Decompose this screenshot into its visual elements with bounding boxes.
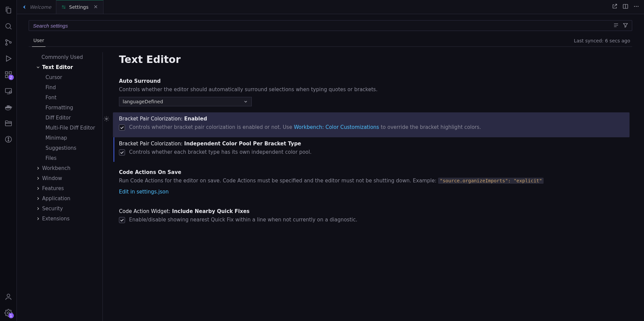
svg-point-20 <box>638 6 638 7</box>
svg-rect-4 <box>5 72 8 74</box>
setting-desc: Controls whether each bracket type has i… <box>129 149 311 156</box>
tab-welcome[interactable]: Welcome <box>17 0 56 14</box>
settings-toc: Commonly Used Text Editor Cursor Find Fo… <box>29 52 103 321</box>
search-input[interactable] <box>32 23 613 29</box>
select-value: languageDefined <box>123 99 163 104</box>
chevron-right-icon <box>35 206 41 211</box>
setting-title: Bracket Pair Colorization: Independent C… <box>119 141 624 147</box>
scope-row: User Last synced: 6 secs ago <box>29 35 632 47</box>
auto-surround-select[interactable]: languageDefined <box>119 97 252 106</box>
setting-title: Auto Surround <box>119 78 624 84</box>
svg-point-13 <box>7 294 10 297</box>
toc-font[interactable]: Font <box>29 93 102 103</box>
bpc-enabled-checkbox[interactable] <box>119 124 125 131</box>
tab-settings[interactable]: Settings <box>56 0 103 14</box>
tab-settings-label: Settings <box>69 4 88 10</box>
svg-point-15 <box>62 6 63 7</box>
toc-text-editor[interactable]: Text Editor <box>29 62 102 72</box>
git-graph-icon[interactable] <box>0 131 17 147</box>
svg-point-0 <box>6 24 10 28</box>
clear-search-icon[interactable] <box>613 22 619 29</box>
section-title: Text Editor <box>119 54 630 65</box>
svg-point-19 <box>636 6 637 7</box>
toc-window[interactable]: Window <box>29 173 102 183</box>
tab-welcome-label: Welcome <box>30 4 51 10</box>
toc-diff-editor[interactable]: Diff Editor <box>29 113 102 123</box>
color-customizations-link[interactable]: Workbench: Color Customizations <box>294 124 379 130</box>
search-row <box>29 14 632 35</box>
toc-workbench[interactable]: Workbench <box>29 163 102 173</box>
chevron-right-icon <box>35 166 41 171</box>
svg-point-18 <box>634 6 635 7</box>
setting-desc: Controls whether bracket pair colorizati… <box>129 124 481 131</box>
toc-features[interactable]: Features <box>29 183 102 193</box>
toc-suggestions[interactable]: Suggestions <box>29 143 102 153</box>
gear-icon[interactable] <box>103 116 110 123</box>
accounts-icon[interactable] <box>0 289 17 305</box>
tab-actions <box>607 0 644 14</box>
search-input-wrap <box>29 20 632 31</box>
close-icon[interactable] <box>93 4 98 10</box>
edit-in-settings-json-link[interactable]: Edit in settings.json <box>119 189 169 195</box>
toc-security[interactable]: Security <box>29 204 102 214</box>
toc-extensions[interactable]: Extensions <box>29 214 102 224</box>
settings-gear-badge: 1 <box>8 313 14 318</box>
toc-files[interactable]: Files <box>29 153 102 163</box>
setting-title: Code Actions On Save <box>119 169 624 175</box>
more-icon[interactable] <box>633 3 639 10</box>
settings-split: Commonly Used Text Editor Cursor Find Fo… <box>29 47 632 321</box>
filter-icon[interactable] <box>622 22 628 29</box>
toc-application[interactable]: Application <box>29 193 102 204</box>
toc-multifile-diff[interactable]: Multi-File Diff Editor <box>29 123 102 133</box>
docker-icon[interactable] <box>0 99 17 115</box>
svg-point-12 <box>8 140 9 141</box>
split-editor-icon[interactable] <box>622 3 628 10</box>
setting-bpc-independent: Bracket Pair Colorization: Independent C… <box>114 137 630 162</box>
folder-icon[interactable] <box>0 115 17 131</box>
search-icon[interactable] <box>0 18 17 34</box>
chevron-right-icon <box>35 186 41 191</box>
remote-explorer-icon[interactable] <box>0 83 17 99</box>
toc-find[interactable]: Find <box>29 82 102 93</box>
setting-auto-surround: Auto Surround Controls whether the edito… <box>119 75 630 112</box>
scope-user-tab[interactable]: User <box>29 35 49 46</box>
chevron-right-icon <box>35 216 41 221</box>
settings-content: Text Editor Auto Surround Controls wheth… <box>103 52 632 321</box>
toc-minimap[interactable]: Minimap <box>29 133 102 143</box>
bpc-independent-checkbox[interactable] <box>119 149 125 155</box>
chevron-down-icon <box>243 99 248 104</box>
svg-point-3 <box>9 42 11 43</box>
code-example: "source.organizeImports": "explicit" <box>438 178 544 184</box>
svg-point-11 <box>8 138 9 139</box>
setting-title: Code Action Widget: Include Nearby Quick… <box>119 208 624 214</box>
open-changes-icon[interactable] <box>612 3 618 10</box>
chevron-right-icon <box>35 196 41 201</box>
code-action-widget-checkbox[interactable] <box>119 217 125 223</box>
toc-formatting[interactable]: Formatting <box>29 103 102 113</box>
svg-rect-5 <box>5 75 8 78</box>
sync-status: Last synced: 6 secs ago <box>574 38 632 43</box>
chevron-right-icon <box>35 176 41 181</box>
svg-rect-7 <box>9 72 11 74</box>
source-control-icon[interactable] <box>0 34 17 50</box>
setting-bpc-enabled: Bracket Pair Colorization: Enabled Contr… <box>113 112 630 137</box>
setting-title: Bracket Pair Colorization: Enabled <box>119 116 624 122</box>
toc-cursor[interactable]: Cursor <box>29 72 102 82</box>
settings-gear-icon[interactable]: 1 <box>0 305 17 321</box>
settings-body: User Last synced: 6 secs ago Commonly Us… <box>17 14 644 321</box>
svg-point-2 <box>5 44 7 45</box>
svg-point-1 <box>5 40 7 41</box>
toc-commonly-used[interactable]: Commonly Used <box>29 52 102 62</box>
setting-desc: Run Code Actions for the editor on save.… <box>119 177 624 185</box>
svg-point-21 <box>106 118 108 120</box>
chevron-down-icon <box>35 65 41 70</box>
setting-code-action-widget: Code Action Widget: Include Nearby Quick… <box>119 205 630 230</box>
explorer-icon[interactable] <box>0 2 17 18</box>
svg-rect-8 <box>5 88 11 93</box>
extensions-badge: 2 <box>8 75 14 80</box>
main-area: Welcome Settings User <box>17 0 644 321</box>
setting-code-actions-on-save: Code Actions On Save Run Code Actions fo… <box>119 166 630 201</box>
extensions-icon[interactable]: 2 <box>0 67 17 83</box>
run-debug-icon[interactable] <box>0 50 17 67</box>
tab-bar: Welcome Settings <box>17 0 644 14</box>
